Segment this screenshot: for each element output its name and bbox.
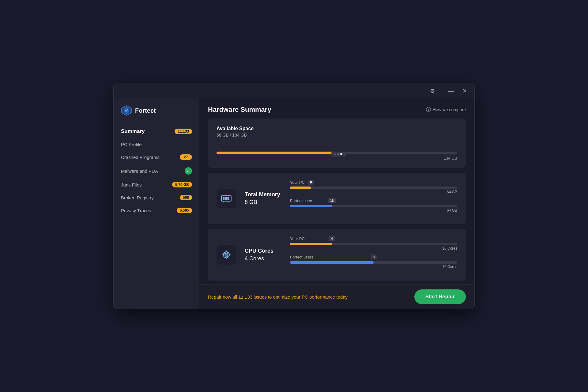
sidebar: Fortect Summary 11,133 PC Profile Crashe… (114, 99, 199, 309)
available-space-title: Available Space (217, 126, 457, 131)
cpu-icon (217, 245, 236, 265)
svg-rect-9 (228, 201, 229, 202)
svg-rect-6 (223, 201, 224, 202)
memory-your-pc-max: 64 GB (290, 190, 457, 194)
title-bar: ⚙ — ✕ (114, 83, 474, 99)
total-memory-card: 16 GB Total Memory 8 GB Your PC (208, 173, 466, 224)
svg-rect-8 (227, 201, 227, 202)
available-space-progress: 68 GB 134 GB (217, 143, 457, 160)
cpu-card-value: 4 Cores (245, 255, 281, 262)
progress-max-space: 134 GB (217, 156, 457, 160)
svg-text:16 GB: 16 GB (223, 198, 229, 200)
minimize-button[interactable]: — (447, 87, 455, 95)
close-button[interactable]: ✕ (460, 87, 469, 95)
cpu-comparison-bars: Your PC 4 16 Cores Fortect users (290, 236, 457, 273)
cpu-cores-card: CPU Cores 4 Cores Your PC 4 (208, 229, 466, 281)
badge-junk-files: 5.79 GB (172, 182, 192, 187)
svg-rect-7 (225, 201, 225, 202)
memory-fortect-track: 16 (290, 205, 457, 207)
memory-your-pc-fill (290, 187, 311, 189)
available-space-subtitle: 68 GB / 134 GB (217, 133, 457, 138)
cpu-info: CPU Cores 4 Cores (245, 248, 281, 262)
sidebar-item-crashed-programs[interactable]: Crashed Programs 27 (114, 151, 199, 164)
memory-card-inner: 16 GB Total Memory 8 GB Your PC (217, 180, 457, 217)
memory-fortect-label: Fortect users (290, 198, 457, 203)
scroll-area[interactable]: Available Space 68 GB / 134 GB 68 GB 134… (199, 119, 474, 284)
memory-card-value: 8 GB (245, 199, 281, 205)
cpu-your-pc-track: 4 (290, 243, 457, 245)
progress-fill-space (217, 152, 339, 154)
available-space-card: Available Space 68 GB / 134 GB 68 GB 134… (208, 119, 466, 168)
cpu-your-pc-fill (290, 243, 332, 245)
badge-summary: 11,133 (175, 129, 192, 134)
start-repair-button[interactable]: Start Repair (414, 289, 466, 304)
sidebar-item-malware-pua[interactable]: Malware and PUA ✓ (114, 164, 199, 178)
memory-your-pc-track: 8 (290, 187, 457, 189)
logo-area: Fortect (114, 105, 199, 125)
logo-icon (121, 105, 132, 116)
memory-fortect-row: Fortect users 16 64 GB (290, 198, 457, 213)
memory-comparison-bars: Your PC 8 64 GB Fortect users (290, 180, 457, 217)
memory-fortect-max: 64 GB (290, 208, 457, 213)
cpu-fortect-row: Fortect users 8 16 Cores (290, 255, 457, 269)
sidebar-item-broken-registry[interactable]: Broken Registry 508 (114, 191, 199, 204)
cpu-your-pc-row: Your PC 4 16 Cores (290, 236, 457, 251)
badge-malware-pua: ✓ (185, 167, 192, 175)
svg-point-12 (225, 253, 228, 256)
app-window: ⚙ — ✕ Fortect Summary 11,133 (113, 83, 475, 309)
sidebar-label-summary: Summary (121, 128, 175, 134)
progress-label-space: 68 GB (331, 152, 346, 156)
how-compare-link[interactable]: ⓘ How we compare (426, 107, 466, 113)
progress-track: 68 GB (217, 152, 457, 154)
cpu-card-inner: CPU Cores 4 Cores Your PC 4 (217, 236, 457, 273)
bottom-bar: Repair now all 11,133 issues to optimize… (199, 284, 474, 309)
memory-your-pc-row: Your PC 8 64 GB (290, 180, 457, 194)
info-icon: ⓘ (426, 107, 431, 113)
cpu-your-pc-max: 16 Cores (290, 246, 457, 251)
memory-fortect-fill (290, 205, 332, 207)
cpu-fortect-max: 16 Cores (290, 265, 457, 269)
main-content: Hardware Summary ⓘ How we compare Availa… (199, 99, 474, 309)
sidebar-item-summary[interactable]: Summary 11,133 (114, 125, 199, 138)
memory-icon: 16 GB (217, 189, 236, 208)
sidebar-label-broken-registry: Broken Registry (121, 195, 180, 200)
memory-card-title: Total Memory (245, 191, 281, 198)
sidebar-label-pc-profile: PC Profile (121, 142, 192, 147)
cpu-your-pc-label: Your PC (290, 236, 457, 241)
badge-broken-registry: 508 (180, 195, 192, 200)
cpu-your-pc-marker: 4 (329, 236, 335, 241)
cpu-card-title: CPU Cores (245, 248, 281, 254)
cpu-fortect-fill (290, 261, 374, 264)
cpu-fortect-marker: 8 (371, 254, 377, 259)
sidebar-label-privacy-traces: Privacy Traces (121, 208, 177, 213)
sidebar-item-junk-files[interactable]: Junk Files 5.79 GB (114, 178, 199, 191)
page-title: Hardware Summary (208, 106, 271, 114)
main-layout: Fortect Summary 11,133 PC Profile Crashe… (114, 99, 474, 309)
badge-crashed-programs: 27 (180, 154, 192, 160)
sidebar-label-malware-pua: Malware and PUA (121, 168, 185, 174)
settings-button[interactable]: ⚙ (428, 87, 437, 95)
memory-fortect-marker: 16 (328, 198, 336, 203)
sidebar-item-pc-profile[interactable]: PC Profile (114, 138, 199, 151)
how-compare-label: How we compare (433, 107, 466, 112)
repair-message: Repair now all 11,133 issues to optimize… (208, 294, 348, 300)
memory-your-pc-marker: 8 (308, 180, 314, 185)
cpu-fortect-track: 8 (290, 261, 457, 264)
sidebar-item-privacy-traces[interactable]: Privacy Traces 6,505 (114, 204, 199, 217)
app-name: Fortect (135, 107, 156, 114)
content-header: Hardware Summary ⓘ How we compare (199, 99, 474, 119)
memory-info: Total Memory 8 GB (245, 191, 281, 205)
memory-your-pc-label: Your PC (290, 180, 457, 185)
sidebar-label-junk-files: Junk Files (121, 182, 172, 187)
sidebar-label-crashed-programs: Crashed Programs (121, 155, 180, 160)
title-bar-divider (442, 88, 442, 94)
badge-privacy-traces: 6,505 (177, 208, 192, 213)
